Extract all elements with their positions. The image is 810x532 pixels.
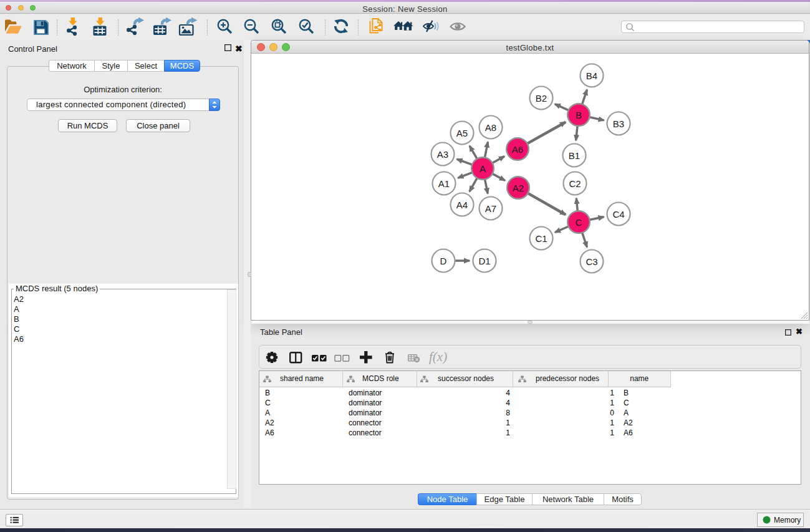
svg-text:A: A: [480, 163, 486, 174]
svg-text:C1: C1: [535, 233, 547, 244]
svg-text:B2: B2: [536, 93, 547, 104]
svg-text:D: D: [440, 256, 447, 266]
svg-text:D1: D1: [478, 256, 490, 266]
svg-text:A8: A8: [485, 122, 496, 133]
svg-text:A6: A6: [512, 144, 523, 155]
svg-text:B4: B4: [586, 70, 597, 81]
svg-text:A1: A1: [438, 178, 450, 189]
svg-text:A4: A4: [456, 200, 468, 210]
svg-text:B1: B1: [569, 150, 580, 161]
svg-text:A7: A7: [485, 203, 496, 214]
svg-text:B3: B3: [613, 118, 624, 129]
svg-text:A5: A5: [456, 128, 468, 138]
svg-text:C4: C4: [612, 209, 624, 220]
svg-text:B: B: [576, 110, 582, 120]
svg-text:C3: C3: [586, 256, 597, 267]
svg-text:C2: C2: [569, 178, 581, 189]
svg-text:A2: A2: [513, 183, 524, 193]
svg-text:A3: A3: [437, 149, 448, 160]
svg-text:C: C: [576, 217, 582, 228]
